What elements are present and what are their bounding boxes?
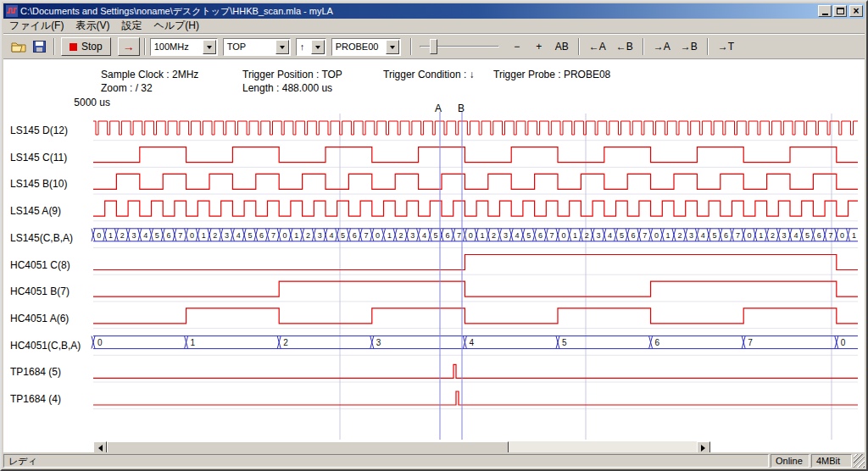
toolbar-separator — [53, 38, 55, 55]
goto-marker-a-left-button[interactable]: ←A — [586, 38, 609, 55]
h-scrollbar[interactable] — [93, 441, 710, 452]
svg-text:6: 6 — [166, 231, 170, 240]
svg-text:5: 5 — [805, 231, 810, 240]
toolbar-separator — [410, 38, 412, 55]
close-button[interactable]: × — [849, 5, 863, 17]
menu-view[interactable]: 表示(V) — [70, 18, 115, 34]
left-arrow-icon — [95, 445, 103, 452]
svg-text:0: 0 — [841, 338, 846, 347]
svg-text:2: 2 — [771, 231, 775, 240]
svg-text:0: 0 — [561, 231, 565, 240]
probe-select[interactable]: PROBE00 — [331, 38, 401, 56]
trigger-position-select[interactable]: TOP — [223, 38, 291, 56]
svg-text:3: 3 — [596, 231, 600, 240]
goto-trigger-button[interactable]: →T — [715, 38, 737, 55]
toolbar-separator — [578, 38, 580, 55]
probe-value: PROBE00 — [332, 42, 385, 52]
svg-text:2: 2 — [306, 231, 310, 240]
svg-text:6: 6 — [655, 338, 660, 347]
svg-text:6: 6 — [631, 231, 635, 240]
goto-marker-a-right-button[interactable]: →A — [650, 38, 674, 55]
svg-text:2: 2 — [492, 231, 496, 240]
svg-text:4: 4 — [515, 231, 520, 240]
svg-text:4: 4 — [469, 338, 474, 347]
svg-text:7: 7 — [643, 231, 647, 240]
chevron-down-icon[interactable] — [275, 40, 289, 54]
resize-grip[interactable] — [854, 454, 865, 468]
svg-text:7: 7 — [271, 231, 275, 240]
scroll-track[interactable] — [509, 441, 697, 452]
channel-label-hc4051-b7: HC4051 B(7) — [10, 285, 70, 297]
scroll-left-button[interactable] — [93, 441, 107, 452]
svg-text:6: 6 — [353, 231, 357, 240]
menu-file[interactable]: ファイル(F) — [3, 18, 70, 34]
svg-text:3: 3 — [410, 231, 415, 240]
svg-text:0: 0 — [283, 231, 287, 240]
toolbar-separator — [144, 38, 146, 55]
svg-text:2: 2 — [399, 231, 403, 240]
status-bar: レディ Online 4MBit — [3, 452, 865, 468]
open-folder-icon — [11, 41, 26, 53]
zoom-slider[interactable] — [420, 38, 499, 55]
svg-text:2: 2 — [585, 231, 589, 240]
svg-text:3: 3 — [376, 338, 381, 347]
toolbar-separator — [707, 38, 709, 55]
slider-thumb[interactable] — [430, 39, 437, 54]
marker-b-label[interactable]: B — [458, 103, 465, 114]
svg-text:5: 5 — [562, 338, 567, 347]
menu-settings[interactable]: 設定 — [115, 18, 147, 34]
scroll-thumb[interactable] — [107, 441, 509, 452]
svg-text:4: 4 — [236, 231, 241, 240]
svg-text:3: 3 — [131, 231, 136, 240]
trigger-edge-select[interactable]: ↑ — [296, 38, 326, 56]
svg-text:1: 1 — [666, 231, 670, 240]
sample-clock-select[interactable]: 100MHz — [150, 38, 218, 56]
status-online: Online — [771, 454, 810, 468]
svg-text:7: 7 — [748, 338, 753, 347]
open-button[interactable] — [8, 37, 29, 56]
zoom-out-button[interactable]: − — [508, 38, 526, 55]
svg-text:6: 6 — [538, 231, 542, 240]
trigger-edge-value: ↑ — [297, 42, 310, 52]
svg-text:0: 0 — [469, 231, 473, 240]
ab-button[interactable]: AB — [552, 38, 572, 55]
svg-text:6: 6 — [817, 231, 821, 240]
waveform-plot[interactable]: 0123456701234567012345670123456701234567… — [3, 59, 865, 452]
goto-marker-b-right-button[interactable]: →B — [677, 38, 701, 55]
menu-help[interactable]: ヘルプ(H) — [147, 18, 205, 34]
svg-text:1: 1 — [759, 231, 763, 240]
minimize-icon — [822, 14, 828, 15]
run-button[interactable]: → — [118, 37, 140, 56]
svg-text:4: 4 — [329, 231, 333, 240]
menu-bar: ファイル(F) 表示(V) 設定 ヘルプ(H) — [3, 19, 865, 34]
stop-label: Stop — [81, 41, 103, 53]
save-button[interactable] — [29, 37, 49, 56]
svg-text:3: 3 — [504, 231, 508, 240]
channel-label-tp1684-4: TP1684 (4) — [10, 393, 61, 405]
goto-marker-b-left-button[interactable]: ←B — [613, 38, 637, 55]
chevron-down-icon[interactable] — [311, 40, 325, 54]
channel-label-hc4051-a6: HC4051 A(6) — [10, 313, 69, 324]
chevron-down-icon[interactable] — [386, 40, 399, 54]
zoom-in-button[interactable]: + — [530, 38, 548, 55]
window-title: C:\Documents and Settings\noname\デスクトップ\… — [20, 5, 816, 18]
svg-text:1: 1 — [573, 231, 577, 240]
svg-text:5: 5 — [712, 231, 716, 240]
svg-text:3: 3 — [782, 231, 787, 240]
stop-button[interactable]: Stop — [61, 37, 111, 56]
svg-text:7: 7 — [178, 231, 182, 240]
maximize-button[interactable] — [833, 5, 847, 17]
channel-label-hc4051-bus: HC4051(C,B,A) — [10, 340, 81, 352]
trigger-position-value: TOP — [224, 42, 275, 52]
sample-clock-value: 100MHz — [151, 42, 202, 52]
minimize-button[interactable] — [818, 5, 832, 17]
scroll-right-button[interactable] — [697, 441, 710, 452]
svg-text:3: 3 — [318, 231, 322, 240]
svg-text:7: 7 — [736, 231, 740, 240]
toolbar: Stop → 100MHz TOP ↑ PROBE00 − + AB — [3, 34, 865, 59]
svg-text:4: 4 — [422, 231, 426, 240]
chevron-down-icon[interactable] — [203, 40, 216, 54]
status-memory: 4MBit — [811, 454, 852, 468]
status-ready: レディ — [3, 454, 769, 468]
marker-a-label[interactable]: A — [435, 103, 442, 114]
